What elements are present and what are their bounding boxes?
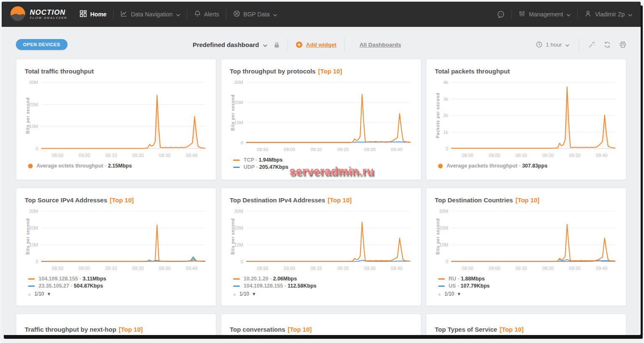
svg-text:08:50: 08:50 — [52, 153, 64, 158]
svg-text:4k: 4k — [443, 80, 448, 85]
svg-text:0: 0 — [36, 146, 38, 151]
clock-icon — [536, 41, 543, 48]
line-chart[interactable]: 010M20M30MBits per second08:5009:0009:10… — [230, 207, 413, 274]
legend-item[interactable]: US - 107.79Kbps — [438, 283, 618, 289]
line-chart[interactable]: 010M20M30MBits per second08:5009:0009:10… — [230, 78, 413, 155]
svg-text:09:10: 09:10 — [105, 153, 117, 158]
printer-icon[interactable] — [619, 41, 626, 48]
screenshot-frame: NOCTION FLOW ANALYZER Home — [0, 0, 644, 343]
svg-text:2k: 2k — [443, 113, 448, 118]
widget-title: Top throughput by protocols[Top 10] — [230, 68, 413, 75]
nav-item-alerts[interactable]: Alerts — [194, 10, 219, 18]
svg-text:09:10: 09:10 — [515, 266, 527, 271]
legend-item[interactable]: 104.109.128.155 - 3.11Mbps — [28, 276, 208, 282]
svg-text:09:30: 09:30 — [569, 266, 581, 271]
svg-text:0: 0 — [36, 259, 38, 264]
chat-bubble-icon[interactable] — [497, 10, 505, 18]
nav-item-home[interactable]: Home — [80, 10, 106, 18]
refresh-icon[interactable] — [604, 41, 611, 48]
svg-text:09:40: 09:40 — [391, 147, 402, 152]
legend-item[interactable]: 104.109.128.155 - 112.58Kbps — [233, 283, 413, 289]
legend-swatch — [233, 160, 240, 161]
nav-item-user[interactable]: Vladimir Zp — [584, 10, 632, 18]
pager-up-icon[interactable]: ▲ — [27, 291, 32, 296]
chart-legend: 104.109.128.155 - 3.11Mbps23.35.105.27 -… — [25, 276, 208, 289]
app-window: NOCTION FLOW ANALYZER Home — [2, 2, 641, 335]
widget-top-destination-ipv4: Top Destination IPv4 Addresses[Top 10] 0… — [221, 188, 421, 306]
svg-text:09:30: 09:30 — [569, 153, 581, 158]
legend-item[interactable]: 10.20.1.20 - 2.06Mbps — [233, 276, 413, 282]
svg-text:09:10: 09:10 — [515, 153, 527, 158]
pager-count: 1/10 — [444, 291, 454, 297]
line-chart[interactable]: 010M20M30MBits per second08:5009:0009:10… — [435, 207, 618, 274]
legend-item[interactable]: UDP - 205.47Kbps — [233, 164, 413, 170]
widget-top-destination-countries: Top Destination Countries[Top 10] 010M20… — [426, 188, 626, 306]
legend-swatch — [438, 285, 445, 287]
svg-text:09:40: 09:40 — [186, 266, 197, 271]
nav-item-data-navigation[interactable]: Data Navigation — [120, 10, 180, 18]
toolbar-divider — [344, 38, 345, 51]
sliders-icon — [519, 10, 525, 18]
legend-pager[interactable]: ▲1/10▼ — [25, 291, 208, 297]
legend-swatch — [233, 278, 240, 280]
legend-swatch — [28, 278, 35, 280]
legend-swatch — [28, 164, 33, 168]
legend-item[interactable]: TCP - 1.94Mbps — [233, 157, 413, 163]
svg-text:09:20: 09:20 — [337, 147, 349, 152]
svg-text:09:00: 09:00 — [284, 266, 296, 271]
pager-down-icon[interactable]: ▼ — [252, 291, 256, 296]
grid-icon — [80, 10, 87, 18]
line-chart[interactable]: 01k2k3k4kPackets per second08:5009:0009:… — [435, 78, 618, 161]
legend-item[interactable]: 23.35.105.27 - 504.87Kbps — [28, 283, 208, 289]
svg-text:20M: 20M — [234, 225, 243, 230]
legend-item[interactable]: Average octets throughput - 2.15Mbps — [28, 163, 208, 169]
line-chart-icon — [120, 10, 127, 18]
widget-total-traffic-throughput: Total traffic throughput 010M20M30MBits … — [16, 59, 216, 180]
legend-swatch — [233, 285, 240, 287]
svg-text:08:50: 08:50 — [52, 266, 64, 271]
legend-pager[interactable]: ▲1/10▼ — [230, 291, 413, 297]
pager-down-icon[interactable]: ▼ — [47, 291, 51, 296]
svg-text:30M: 30M — [29, 80, 38, 85]
legend-pager[interactable]: ▲1/10▼ — [435, 291, 618, 297]
logo-subtitle: FLOW ANALYZER — [30, 16, 67, 20]
svg-text:10M: 10M — [29, 124, 38, 129]
pager-up-icon[interactable]: ▲ — [232, 291, 237, 296]
svg-text:20M: 20M — [439, 225, 448, 230]
legend-swatch — [438, 164, 443, 168]
svg-text:Bits per second: Bits per second — [26, 218, 30, 254]
legend-item[interactable]: RU - 1.88Mbps — [438, 276, 618, 282]
svg-text:09:10: 09:10 — [310, 266, 322, 271]
svg-text:20M: 20M — [234, 100, 243, 105]
time-range-selector[interactable]: 1 hour — [536, 41, 569, 48]
widget-title: Total traffic throughput — [25, 68, 208, 75]
nav-item-bgp-data[interactable]: BGP Data — [233, 10, 278, 18]
add-widget-button[interactable]: Add widget — [296, 41, 337, 48]
logo-name: NOCTION — [30, 9, 67, 16]
pager-down-icon[interactable]: ▼ — [457, 291, 461, 296]
nav-divider — [512, 10, 512, 19]
chevron-down-icon — [566, 11, 571, 18]
svg-text:Bits per second: Bits per second — [231, 218, 235, 254]
toolbar-divider — [579, 38, 579, 51]
widget-title: Top Destination Countries[Top 10] — [435, 196, 618, 204]
svg-text:09:10: 09:10 — [105, 266, 117, 271]
all-dashboards-link[interactable]: All Dashboards — [360, 42, 401, 48]
nav-item-management[interactable]: Management — [519, 10, 571, 18]
widget-title: Total packets throughput — [435, 68, 618, 75]
noction-logo[interactable]: NOCTION FLOW ANALYZER — [10, 6, 67, 23]
magic-wand-icon[interactable] — [588, 41, 595, 48]
chart-legend: 10.20.1.20 - 2.06Mbps104.109.128.155 - 1… — [230, 276, 413, 289]
line-chart[interactable]: 010M20M30MBits per second08:5009:0009:10… — [25, 78, 208, 161]
svg-text:10M: 10M — [29, 242, 38, 247]
chevron-down-icon — [565, 42, 569, 48]
open-devices-button[interactable]: OPEN DEVICES — [16, 39, 68, 50]
pager-up-icon[interactable]: ▲ — [437, 291, 442, 296]
svg-text:09:00: 09:00 — [79, 266, 91, 271]
nav-divider — [577, 10, 578, 19]
svg-text:08:50: 08:50 — [257, 147, 269, 152]
line-chart[interactable]: 010M20M30MBits per second08:5009:0009:10… — [25, 207, 208, 274]
dashboard-selector[interactable]: Predefined dashboard — [192, 41, 267, 48]
legend-item[interactable]: Average packets throughput - 307.83pps — [438, 163, 618, 169]
svg-text:10M: 10M — [234, 120, 243, 125]
